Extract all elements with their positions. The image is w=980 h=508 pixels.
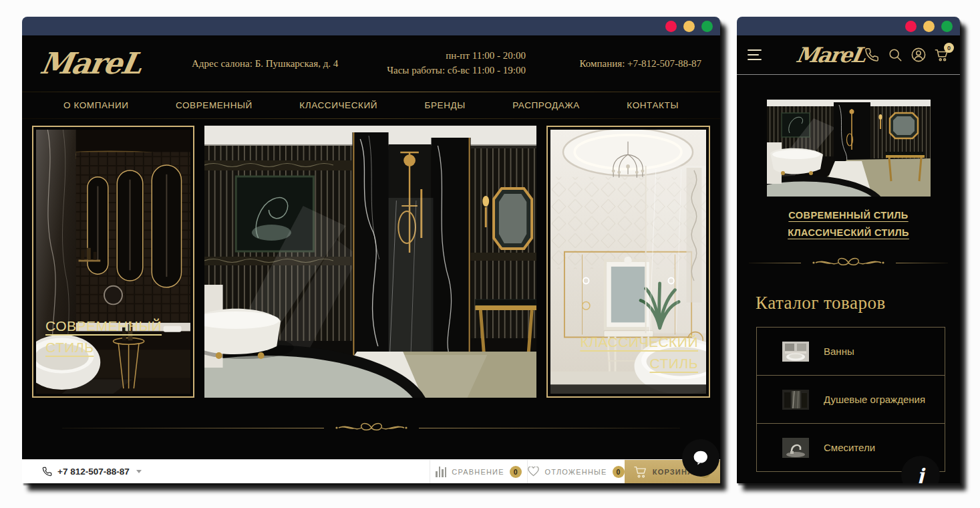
site-logo[interactable]: MareL bbox=[794, 45, 866, 66]
mobile-header: MareL 0 bbox=[737, 35, 960, 74]
flourish-icon bbox=[805, 255, 892, 270]
bath-thumbnail bbox=[782, 342, 809, 362]
compare-button[interactable]: СРАВНЕНИЕ 0 bbox=[430, 460, 527, 483]
classic-style-link[interactable]: КЛАССИЧЕСКИЙ СТИЛЬ bbox=[737, 227, 960, 238]
main-navigation: О КОМПАНИИ СОВРЕМЕННЫЙ КЛАССИЧЕСКИЙ БРЕН… bbox=[22, 92, 720, 119]
minimize-button[interactable] bbox=[923, 21, 935, 32]
nav-item-contacts[interactable]: КОНТАКТЫ bbox=[627, 100, 679, 110]
flourish-icon bbox=[328, 420, 415, 435]
marble-bathroom-image bbox=[204, 126, 536, 398]
mobile-browser-window: MareL 0 bbox=[737, 17, 960, 483]
shower-thumbnail bbox=[782, 390, 809, 410]
account-icon[interactable] bbox=[911, 47, 926, 62]
mobile-header-icons: 0 bbox=[864, 47, 949, 62]
classic-style-panel[interactable]: КЛАССИЧЕСКИЙ СТИЛЬ bbox=[546, 126, 710, 398]
catalog-item-baths[interactable]: Ванны bbox=[756, 327, 945, 376]
maximize-button[interactable] bbox=[701, 21, 713, 32]
sticky-footer-bar: +7 812-507-88-87 СРАВНЕНИЕ 0 ОТЛОЖЕННЫЕ … bbox=[22, 459, 720, 483]
chat-glyph: j bbox=[917, 465, 924, 484]
ornament-divider bbox=[749, 255, 948, 270]
site-logo[interactable]: MareL bbox=[38, 49, 170, 78]
phone-icon[interactable] bbox=[864, 47, 879, 62]
catalog-item-showers[interactable]: Душевые ограждения bbox=[756, 375, 945, 424]
desktop-page: MareL Адрес салона: Б. Пушкарская, д. 4 … bbox=[22, 35, 720, 483]
compare-bars-icon bbox=[436, 467, 446, 477]
wishlist-button[interactable]: ОТЛОЖЕННЫЕ 0 bbox=[527, 460, 625, 483]
search-icon[interactable] bbox=[888, 47, 903, 62]
footer-actions: СРАВНЕНИЕ 0 ОТЛОЖЕННЫЕ 0 bbox=[430, 460, 720, 483]
nav-item-modern[interactable]: СОВРЕМЕННЫЙ bbox=[176, 100, 253, 110]
ornament-line bbox=[896, 263, 948, 263]
cart-icon[interactable]: 0 bbox=[935, 47, 949, 62]
cart-count-badge: 0 bbox=[944, 43, 954, 53]
hours-weekdays: пн-пт 11:00 - 20:00 bbox=[362, 49, 526, 64]
style-links: СОВРЕМЕННЫЙ СТИЛЬ КЛАССИЧЕСКИЙ СТИЛЬ bbox=[737, 210, 960, 238]
close-button[interactable] bbox=[665, 21, 677, 32]
compare-count-badge: 0 bbox=[510, 466, 522, 478]
marble-room-panel bbox=[204, 126, 536, 398]
catalog-title: Каталог товаров bbox=[756, 293, 960, 313]
footer-phone-number: +7 812-507-88-87 bbox=[57, 467, 130, 477]
company-phone[interactable]: Компания: +7-812-507-88-87 bbox=[546, 58, 701, 70]
chat-bubble-icon bbox=[691, 448, 711, 468]
nav-item-classic[interactable]: КЛАССИЧЕСКИЙ bbox=[299, 100, 377, 110]
salon-address: Адрес салона: Б. Пушкарская, д. 4 bbox=[168, 58, 362, 70]
desktop-browser-window: MareL Адрес салона: Б. Пушкарская, д. 4 … bbox=[22, 17, 720, 483]
menu-hamburger-icon[interactable] bbox=[748, 49, 762, 61]
mobile-page: MareL 0 bbox=[737, 35, 960, 483]
nav-item-brands[interactable]: БРЕНДЫ bbox=[425, 100, 466, 110]
catalog-list: Ванны Душевые ограждения Смесители bbox=[756, 327, 945, 472]
cart-icon bbox=[634, 466, 647, 478]
footer-phone[interactable]: +7 812-507-88-87 bbox=[22, 460, 142, 483]
style-slider: СОВРЕМЕННЫЙ СТИЛЬ bbox=[32, 126, 710, 398]
hours-weekend: Часы работы: сб-вс 11:00 - 19:00 bbox=[362, 64, 526, 78]
phone-icon bbox=[42, 467, 52, 477]
nav-item-about[interactable]: О КОМПАНИИ bbox=[63, 100, 129, 110]
wishlist-label: ОТЛОЖЕННЫЕ bbox=[544, 468, 607, 476]
wishlist-count-badge: 0 bbox=[613, 466, 625, 478]
heart-icon bbox=[528, 467, 539, 477]
mobile-hero-image bbox=[767, 100, 931, 197]
minimize-button[interactable] bbox=[683, 21, 695, 32]
ornament-line bbox=[749, 263, 801, 263]
modern-style-link[interactable]: СОВРЕМЕННЫЙ СТИЛЬ bbox=[737, 210, 960, 221]
ornament-divider bbox=[62, 420, 680, 435]
chat-widget-button[interactable] bbox=[682, 439, 719, 477]
working-hours: пн-пт 11:00 - 20:00 Часы работы: сб-вс 1… bbox=[362, 49, 546, 78]
chevron-down-icon bbox=[136, 470, 142, 473]
ornament-line bbox=[419, 428, 681, 428]
maximize-button[interactable] bbox=[941, 21, 953, 32]
ornament-line bbox=[62, 428, 324, 428]
header-divider bbox=[737, 74, 960, 75]
modern-style-link[interactable]: СОВРЕМЕННЫЙ СТИЛЬ bbox=[45, 315, 162, 358]
modern-style-panel[interactable]: СОВРЕМЕННЫЙ СТИЛЬ bbox=[32, 126, 194, 398]
mobile-titlebar bbox=[737, 17, 960, 35]
faucet-thumbnail bbox=[782, 438, 809, 458]
nav-item-sale[interactable]: РАСПРОДАЖА bbox=[512, 100, 580, 110]
classic-style-link[interactable]: КЛАССИЧЕСКИЙ СТИЛЬ bbox=[578, 332, 698, 374]
site-header: MareL Адрес салона: Б. Пушкарская, д. 4 … bbox=[22, 35, 720, 92]
compare-label: СРАВНЕНИЕ bbox=[452, 468, 504, 476]
close-button[interactable] bbox=[905, 21, 917, 32]
desktop-titlebar bbox=[22, 17, 720, 35]
